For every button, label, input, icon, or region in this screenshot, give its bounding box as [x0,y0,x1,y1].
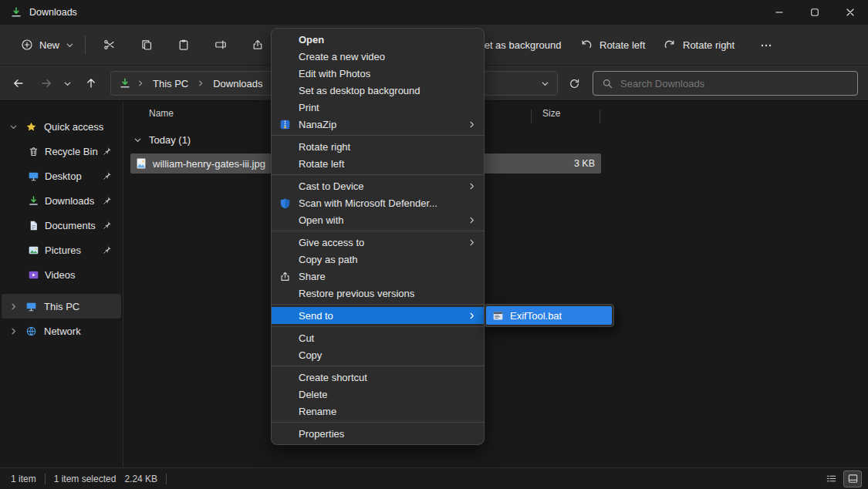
menu-item-label: Copy as path [299,254,358,265]
menu-item-label: Rename [299,406,336,417]
breadcrumb-this-pc[interactable]: This PC [150,76,191,91]
menu-item-copy[interactable]: Copy [272,346,484,363]
menu-item-send-to[interactable]: Send to [272,307,484,324]
sidebar-item-quick-access[interactable]: Quick access [2,114,121,139]
refresh-button[interactable] [562,71,586,96]
send-to-submenu: ExifTool.bat [484,304,614,327]
column-header-name[interactable]: Name [149,108,174,119]
see-more-button[interactable] [760,25,772,66]
sidebar-item-network[interactable]: Network [2,319,121,343]
cut-button[interactable] [94,31,125,59]
menu-item-scan-with-microsoft-defender[interactable]: Scan with Microsoft Defender... [272,194,484,211]
menu-item-properties[interactable]: Properties [272,425,484,442]
pin-icon [103,221,112,230]
menu-item-label: Give access to [299,237,364,248]
desktop-icon [28,170,39,182]
menu-separator [272,174,484,175]
submenu-arrow-icon [468,120,476,129]
menu-item-label: Cast to Device [299,180,364,192]
menu-item-label: Properties [299,428,344,440]
details-view-button[interactable] [822,470,840,487]
sidebar-item-videos[interactable]: Videos [2,262,121,287]
menu-item-rotate-left[interactable]: Rotate left [272,155,484,172]
close-button[interactable] [833,0,868,25]
menu-item-create-shortcut[interactable]: Create shortcut [272,369,484,386]
submenu-item-exiftool[interactable]: ExifTool.bat [486,306,612,325]
menu-item-open[interactable]: Open [272,31,484,48]
back-button[interactable] [6,71,31,96]
new-button[interactable]: New [12,33,83,56]
sidebar-label: Network [44,325,81,337]
column-divider[interactable] [531,110,532,123]
menu-item-label: Share [299,271,326,282]
sidebar-label: Quick access [44,121,103,133]
menu-item-label: Send to [299,310,333,322]
sidebar-label: Pictures [45,244,81,256]
breadcrumb-downloads[interactable]: Downloads [210,76,265,91]
menu-separator [272,135,484,136]
forward-button[interactable] [34,71,59,96]
menu-item-copy-as-path[interactable]: Copy as path [272,251,484,268]
minimize-button[interactable] [762,0,797,25]
sidebar: Quick access Recycle Bin Desktop Downloa… [0,102,123,467]
batch-file-icon [492,310,504,322]
sidebar-item-desktop[interactable]: Desktop [2,164,121,188]
menu-item-cut[interactable]: Cut [272,329,484,346]
network-icon [25,325,37,337]
rename-button[interactable] [205,31,236,59]
menu-item-print[interactable]: Print [272,99,484,116]
sidebar-item-this-pc[interactable]: This PC [2,294,121,319]
maximize-button[interactable] [797,0,833,25]
search-box[interactable] [593,71,858,96]
videos-icon [28,269,39,281]
menu-item-give-access-to[interactable]: Give access to [272,234,484,251]
menu-item-set-as-desktop-background[interactable]: Set as desktop background [272,82,484,99]
sidebar-item-pictures[interactable]: Pictures [2,238,121,262]
large-icons-view-button[interactable] [843,470,862,487]
menu-item-create-a-new-video[interactable]: Create a new video [272,48,484,65]
menu-separator [272,304,484,305]
menu-item-label: Set as desktop background [299,85,420,96]
group-header-today[interactable]: Today (1) [133,134,191,146]
menu-item-nanazip[interactable]: NanaZip [272,116,484,133]
menu-item-delete[interactable]: Delete [272,386,484,403]
toolbar-divider [85,35,86,54]
recent-locations-button[interactable] [57,71,77,96]
paste-button[interactable] [168,31,199,59]
up-button[interactable] [79,71,103,96]
copy-button[interactable] [131,31,162,59]
window-controls [762,0,868,25]
menu-item-share[interactable]: Share [272,268,484,285]
menu-item-label: Rotate left [299,158,344,170]
status-bar: 1 item 1 item selected 2.24 KB [0,467,868,489]
menu-item-rename[interactable]: Rename [272,403,484,420]
selection-size: 2.24 KB [124,474,157,484]
address-dropdown-icon[interactable] [541,79,549,88]
submenu-item-label: ExifTool.bat [510,310,562,322]
sidebar-item-documents[interactable]: Documents [2,213,121,238]
menu-item-edit-with-photos[interactable]: Edit with Photos [272,65,484,82]
rotate-left-button[interactable]: Rotate left [580,25,645,66]
menu-item-restore-previous-versions[interactable]: Restore previous versions [272,285,484,302]
file-name: william-henry-gates-iii.jpg [153,158,265,170]
menu-item-rotate-right[interactable]: Rotate right [272,138,484,155]
chevron-right-icon [9,327,19,336]
pictures-icon [28,244,39,256]
submenu-arrow-icon [468,238,476,247]
column-header-size[interactable]: Size [542,108,560,119]
menu-item-open-with[interactable]: Open with [272,211,484,228]
sidebar-item-recycle-bin[interactable]: Recycle Bin [2,139,121,164]
menu-item-label: Print [299,102,319,113]
share-button[interactable] [242,31,273,59]
column-divider[interactable] [599,110,600,123]
statusbar-divider [45,474,46,484]
menu-item-cast-to-device[interactable]: Cast to Device [272,177,484,194]
sidebar-item-downloads[interactable]: Downloads [2,188,121,213]
sidebar-spacer [0,287,123,294]
set-as-background-label: Set as background [478,39,561,51]
rotate-right-button[interactable]: Rotate right [664,25,735,66]
search-input[interactable] [620,78,829,89]
menu-item-label: Delete [299,389,328,400]
menu-item-label: Open with [299,214,344,226]
pin-icon [103,245,112,255]
